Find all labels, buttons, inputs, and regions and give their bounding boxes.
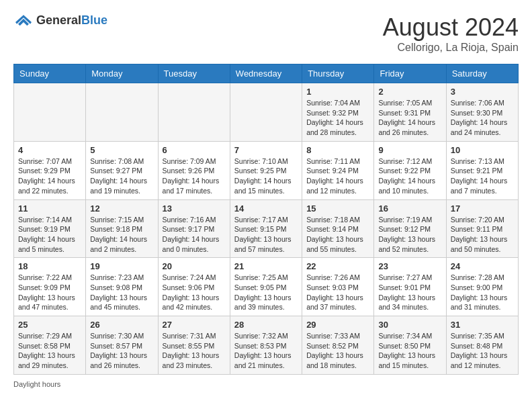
day-info-26: Sunrise: 7:30 AM Sunset: 8:57 PM Dayligh… (90, 331, 153, 371)
calendar-title: August 2024 (383, 13, 519, 42)
day-cell-18: 18Sunrise: 7:22 AM Sunset: 9:09 PM Dayli… (14, 258, 86, 316)
day-cell-27: 27Sunrise: 7:31 AM Sunset: 8:55 PM Dayli… (158, 316, 230, 375)
day-cell-22: 22Sunrise: 7:26 AM Sunset: 9:03 PM Dayli… (302, 258, 374, 316)
day-info-25: Sunrise: 7:29 AM Sunset: 8:58 PM Dayligh… (18, 331, 81, 371)
empty-cell (230, 83, 302, 142)
day-number-27: 27 (163, 320, 226, 330)
day-cell-11: 11Sunrise: 7:14 AM Sunset: 9:19 PM Dayli… (14, 199, 86, 258)
day-header-tuesday: Tuesday (158, 64, 230, 83)
day-cell-25: 25Sunrise: 7:29 AM Sunset: 8:58 PM Dayli… (14, 316, 86, 375)
day-cell-4: 4Sunrise: 7:07 AM Sunset: 9:29 PM Daylig… (14, 141, 86, 199)
day-info-23: Sunrise: 7:27 AM Sunset: 9:01 PM Dayligh… (378, 273, 441, 312)
day-cell-14: 14Sunrise: 7:17 AM Sunset: 9:15 PM Dayli… (230, 199, 302, 258)
day-info-12: Sunrise: 7:15 AM Sunset: 9:18 PM Dayligh… (90, 215, 153, 255)
calendar-table: SundayMondayTuesdayWednesdayThursdayFrid… (13, 64, 519, 375)
day-info-29: Sunrise: 7:33 AM Sunset: 8:52 PM Dayligh… (306, 331, 369, 371)
day-cell-10: 10Sunrise: 7:13 AM Sunset: 9:21 PM Dayli… (446, 141, 518, 199)
day-info-22: Sunrise: 7:26 AM Sunset: 9:03 PM Dayligh… (306, 273, 369, 312)
day-number-25: 25 (18, 320, 81, 330)
day-info-11: Sunrise: 7:14 AM Sunset: 9:19 PM Dayligh… (18, 215, 81, 255)
week-row-4: 18Sunrise: 7:22 AM Sunset: 9:09 PM Dayli… (14, 258, 519, 316)
day-info-2: Sunrise: 7:05 AM Sunset: 9:31 PM Dayligh… (378, 98, 441, 138)
day-number-10: 10 (451, 145, 514, 155)
day-cell-31: 31Sunrise: 7:35 AM Sunset: 8:48 PM Dayli… (446, 316, 518, 375)
day-cell-1: 1Sunrise: 7:04 AM Sunset: 9:32 PM Daylig… (302, 83, 374, 142)
day-number-5: 5 (90, 145, 153, 155)
week-row-5: 25Sunrise: 7:29 AM Sunset: 8:58 PM Dayli… (14, 316, 519, 375)
day-number-18: 18 (18, 261, 81, 271)
day-cell-15: 15Sunrise: 7:18 AM Sunset: 9:14 PM Dayli… (302, 199, 374, 258)
day-cell-7: 7Sunrise: 7:10 AM Sunset: 9:25 PM Daylig… (230, 141, 302, 199)
day-cell-9: 9Sunrise: 7:12 AM Sunset: 9:22 PM Daylig… (374, 141, 446, 199)
day-info-3: Sunrise: 7:06 AM Sunset: 9:30 PM Dayligh… (451, 98, 514, 138)
week-row-3: 11Sunrise: 7:14 AM Sunset: 9:19 PM Dayli… (14, 199, 519, 258)
day-number-14: 14 (234, 203, 298, 214)
empty-cell (158, 83, 230, 142)
day-number-12: 12 (90, 203, 153, 214)
day-info-16: Sunrise: 7:19 AM Sunset: 9:12 PM Dayligh… (378, 215, 441, 255)
day-cell-21: 21Sunrise: 7:25 AM Sunset: 9:05 PM Dayli… (230, 258, 302, 316)
day-header-saturday: Saturday (446, 64, 518, 83)
day-number-11: 11 (18, 203, 81, 214)
day-info-14: Sunrise: 7:17 AM Sunset: 9:15 PM Dayligh… (234, 215, 298, 255)
day-cell-30: 30Sunrise: 7:34 AM Sunset: 8:50 PM Dayli… (374, 316, 446, 375)
day-info-28: Sunrise: 7:32 AM Sunset: 8:53 PM Dayligh… (234, 331, 298, 371)
day-info-31: Sunrise: 7:35 AM Sunset: 8:48 PM Dayligh… (451, 331, 514, 371)
day-info-5: Sunrise: 7:08 AM Sunset: 9:27 PM Dayligh… (90, 156, 153, 196)
day-info-8: Sunrise: 7:11 AM Sunset: 9:24 PM Dayligh… (306, 156, 369, 196)
day-number-15: 15 (306, 203, 369, 214)
day-number-3: 3 (451, 87, 514, 97)
logo-blue: Blue (81, 13, 107, 27)
day-number-28: 28 (234, 320, 298, 330)
day-info-27: Sunrise: 7:31 AM Sunset: 8:55 PM Dayligh… (163, 331, 226, 371)
day-cell-24: 24Sunrise: 7:28 AM Sunset: 9:00 PM Dayli… (446, 258, 518, 316)
day-info-24: Sunrise: 7:28 AM Sunset: 9:00 PM Dayligh… (451, 273, 514, 312)
logo-icon (13, 14, 34, 28)
day-number-26: 26 (90, 320, 153, 330)
header-row: SundayMondayTuesdayWednesdayThursdayFrid… (14, 64, 519, 83)
day-number-1: 1 (306, 87, 369, 97)
day-cell-26: 26Sunrise: 7:30 AM Sunset: 8:57 PM Dayli… (86, 316, 158, 375)
day-number-8: 8 (306, 145, 369, 155)
day-number-21: 21 (234, 261, 298, 271)
day-number-31: 31 (451, 320, 514, 330)
day-info-4: Sunrise: 7:07 AM Sunset: 9:29 PM Dayligh… (18, 156, 81, 196)
week-row-1: 1Sunrise: 7:04 AM Sunset: 9:32 PM Daylig… (14, 83, 519, 142)
day-cell-12: 12Sunrise: 7:15 AM Sunset: 9:18 PM Dayli… (86, 199, 158, 258)
day-header-sunday: Sunday (14, 64, 86, 83)
day-info-20: Sunrise: 7:24 AM Sunset: 9:06 PM Dayligh… (163, 273, 226, 312)
day-cell-28: 28Sunrise: 7:32 AM Sunset: 8:53 PM Dayli… (230, 316, 302, 375)
day-number-23: 23 (378, 261, 441, 271)
day-info-15: Sunrise: 7:18 AM Sunset: 9:14 PM Dayligh… (306, 215, 369, 255)
day-cell-29: 29Sunrise: 7:33 AM Sunset: 8:52 PM Dayli… (302, 316, 374, 375)
day-cell-19: 19Sunrise: 7:23 AM Sunset: 9:08 PM Dayli… (86, 258, 158, 316)
day-number-22: 22 (306, 261, 369, 271)
day-cell-17: 17Sunrise: 7:20 AM Sunset: 9:11 PM Dayli… (446, 199, 518, 258)
day-number-30: 30 (378, 320, 441, 330)
day-number-17: 17 (451, 203, 514, 214)
day-info-18: Sunrise: 7:22 AM Sunset: 9:09 PM Dayligh… (18, 273, 81, 312)
day-info-13: Sunrise: 7:16 AM Sunset: 9:17 PM Dayligh… (163, 215, 226, 255)
day-number-24: 24 (451, 261, 514, 271)
day-number-6: 6 (163, 145, 226, 155)
day-number-19: 19 (90, 261, 153, 271)
day-cell-16: 16Sunrise: 7:19 AM Sunset: 9:12 PM Dayli… (374, 199, 446, 258)
week-row-2: 4Sunrise: 7:07 AM Sunset: 9:29 PM Daylig… (14, 141, 519, 199)
empty-cell (14, 83, 86, 142)
day-cell-23: 23Sunrise: 7:27 AM Sunset: 9:01 PM Dayli… (374, 258, 446, 316)
day-cell-3: 3Sunrise: 7:06 AM Sunset: 9:30 PM Daylig… (446, 83, 518, 142)
day-info-17: Sunrise: 7:20 AM Sunset: 9:11 PM Dayligh… (451, 215, 514, 255)
day-info-9: Sunrise: 7:12 AM Sunset: 9:22 PM Dayligh… (378, 156, 441, 196)
day-cell-20: 20Sunrise: 7:24 AM Sunset: 9:06 PM Dayli… (158, 258, 230, 316)
day-cell-2: 2Sunrise: 7:05 AM Sunset: 9:31 PM Daylig… (374, 83, 446, 142)
day-info-19: Sunrise: 7:23 AM Sunset: 9:08 PM Dayligh… (90, 273, 153, 312)
logo: GeneralBlue (13, 13, 107, 28)
day-number-13: 13 (163, 203, 226, 214)
day-cell-13: 13Sunrise: 7:16 AM Sunset: 9:17 PM Dayli… (158, 199, 230, 258)
logo-general: General (36, 13, 81, 27)
empty-cell (86, 83, 158, 142)
day-info-6: Sunrise: 7:09 AM Sunset: 9:26 PM Dayligh… (163, 156, 226, 196)
day-header-thursday: Thursday (302, 64, 374, 83)
day-cell-5: 5Sunrise: 7:08 AM Sunset: 9:27 PM Daylig… (86, 141, 158, 199)
day-number-2: 2 (378, 87, 441, 97)
